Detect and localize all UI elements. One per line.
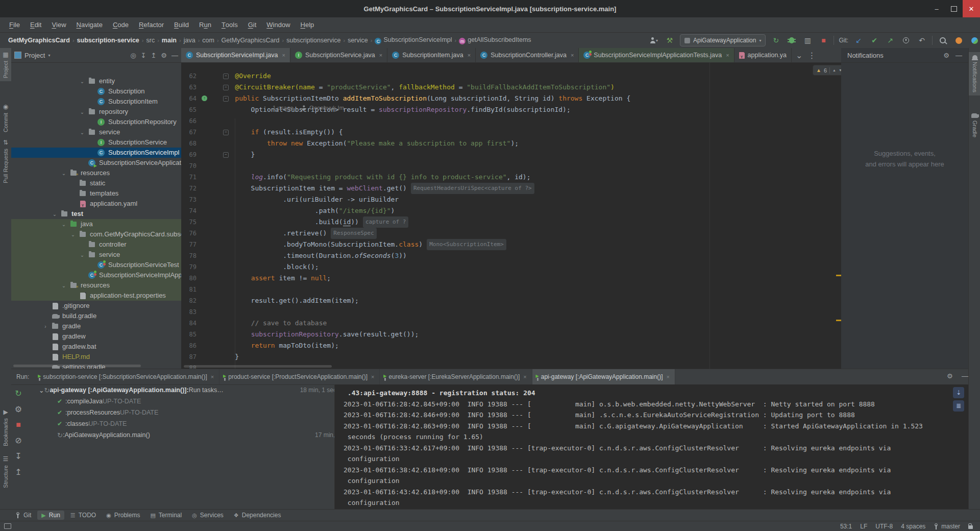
- wrench-icon[interactable]: ⚙: [15, 404, 22, 414]
- close-tab-icon[interactable]: ×: [282, 52, 285, 58]
- tree-item-help-md[interactable]: HELP.md: [11, 352, 181, 362]
- gradle-reload-button[interactable]: [953, 35, 964, 46]
- menu-view[interactable]: View: [46, 17, 71, 32]
- tree-item-subscriptionrepository[interactable]: ISubscriptionRepository: [11, 117, 181, 127]
- toolwindow-button-todo[interactable]: ☰TODO: [66, 511, 100, 520]
- restore-button[interactable]: [945, 0, 963, 17]
- tree-item-subscriptionserviceapplication[interactable]: C▶SubscriptionServiceApplication: [11, 158, 181, 168]
- run-tree-row[interactable]: ✔:classes UP-TO-DATE1 ms: [26, 418, 366, 429]
- toolwindow-button-terminal[interactable]: ▤Terminal: [146, 511, 186, 520]
- tree-item-subscription[interactable]: CSubscription: [11, 86, 181, 96]
- toolwindow-button-dependencies[interactable]: ❖Dependencies: [230, 511, 285, 520]
- breadcrumb-item[interactable]: subscriptionservice: [286, 37, 340, 44]
- clear-icon[interactable]: ⊘: [15, 436, 21, 445]
- vcs-update-button[interactable]: ↙: [853, 35, 864, 46]
- tree-item-gradlew[interactable]: gradlew: [11, 331, 181, 342]
- chevron-icon[interactable]: ⌄: [70, 232, 76, 237]
- tree-item-controller[interactable]: controller: [11, 239, 181, 250]
- run-tab[interactable]: ▶subscription-service [:SubscriptionServ…: [34, 369, 219, 384]
- breadcrumb-item[interactable]: CSubscriptionServiceImpl: [375, 36, 452, 45]
- menu-build[interactable]: Build: [169, 17, 194, 32]
- chevron-icon[interactable]: ⌄: [52, 211, 57, 217]
- build-button[interactable]: ⚒: [664, 35, 675, 46]
- tree-item-application-test-properties[interactable]: application-test.properties: [11, 291, 181, 301]
- status-item[interactable]: 4 spaces: [901, 523, 925, 530]
- coverage-button[interactable]: ▥: [802, 35, 813, 46]
- stop-icon[interactable]: ■: [16, 420, 21, 429]
- ide-updates-button[interactable]: [969, 35, 980, 46]
- scroll-up-icon[interactable]: ↥: [15, 467, 21, 477]
- menu-file[interactable]: File: [4, 17, 25, 32]
- run-panel-settings-icon[interactable]: ⚙: [947, 372, 953, 380]
- toolwindow-button-services[interactable]: ◎Services: [188, 511, 228, 520]
- chevron-icon[interactable]: ⌄: [80, 79, 85, 84]
- editor-tab[interactable]: CSubscriptionServiceImplApplicationTests…: [579, 48, 734, 62]
- editor-tab[interactable]: CSubscriptionServiceImpl.java×: [181, 48, 290, 62]
- toolwindow-button-git[interactable]: Git: [11, 511, 35, 520]
- tree-item-resources[interactable]: ⌄≡resources: [11, 168, 181, 178]
- breadcrumb-item[interactable]: mgetAllSubscribedItems: [459, 36, 531, 45]
- tree-item-test[interactable]: ⌄test: [11, 209, 181, 219]
- tree-item-subscriptionitem[interactable]: CSubscriptionItem: [11, 96, 181, 107]
- chevron-icon[interactable]: ⌄: [61, 222, 66, 227]
- editor-tab[interactable]: ISubscriptionService.java×: [290, 48, 387, 62]
- editor-area[interactable]: CSubscriptionServiceImpl.java×ISubscript…: [181, 48, 841, 369]
- run-tab[interactable]: ▶product-service [:ProductServiceApplica…: [219, 369, 380, 384]
- breadcrumb-item[interactable]: src: [146, 37, 155, 44]
- close-button[interactable]: ✕: [963, 0, 980, 17]
- branch-widget[interactable]: master: [934, 523, 960, 530]
- editor-tab[interactable]: CSubscriptionItem.java×: [387, 48, 476, 62]
- tree-item-static[interactable]: static: [11, 178, 181, 188]
- settings-gear-icon[interactable]: ⚙: [161, 52, 167, 59]
- tree-item--gitignore[interactable]: .gitignore: [11, 301, 181, 311]
- run-tree-row[interactable]: ✔:processResources UP-TO-DATE3 ms: [26, 407, 366, 418]
- chevron-icon[interactable]: ⌄: [80, 130, 85, 135]
- scroll-down-icon[interactable]: ↧: [15, 451, 21, 461]
- chevron-icon[interactable]: ⌄: [61, 283, 66, 288]
- run-tree-row[interactable]: ✔:compileJava UP-TO-DATE669 ms: [26, 396, 366, 407]
- menu-git[interactable]: Git: [243, 17, 262, 32]
- soft-wrap-icon[interactable]: ≣: [953, 400, 964, 412]
- toolwindow-button-run[interactable]: ▶Run: [37, 511, 64, 520]
- editor-tab[interactable]: CSubscriptionController.java×: [476, 48, 579, 62]
- inspections-widget[interactable]: ▲ 6 ▲ ▼: [813, 65, 841, 76]
- chevron-icon[interactable]: ⌄: [80, 252, 85, 258]
- stripe-button-project[interactable]: ▦Project: [0, 48, 11, 81]
- locate-file-icon[interactable]: ◎: [130, 52, 136, 59]
- breadcrumb-item[interactable]: com: [202, 37, 214, 44]
- collapse-all-icon[interactable]: ↥: [151, 52, 156, 59]
- minimize-button[interactable]: –: [928, 0, 945, 17]
- layout-icon[interactable]: [4, 523, 11, 529]
- tree-horizontal-scrollbar[interactable]: [13, 365, 141, 367]
- override-marker-icon[interactable]: ↑: [202, 95, 207, 101]
- stripe-button-bookmarks[interactable]: ▶Bookmarks: [0, 408, 11, 446]
- rollback-button[interactable]: ↶: [916, 35, 927, 46]
- menu-refactor[interactable]: Refactor: [134, 17, 169, 32]
- expand-all-icon[interactable]: ↧: [141, 52, 146, 59]
- tree-item-entity[interactable]: ⌄entity: [11, 76, 181, 86]
- tab-options-icon[interactable]: ⋮: [807, 51, 816, 60]
- tree-item-subscriptionservicetest[interactable]: CSubscriptionServiceTest: [11, 260, 181, 270]
- toolwindow-button-problems[interactable]: ◉Problems: [102, 511, 144, 520]
- chevron-icon[interactable]: ⌄: [80, 109, 85, 115]
- tree-item-subscriptionserviceimpl[interactable]: CSubscriptionServiceImpl: [11, 148, 181, 158]
- tree-item-subscriptionserviceimplapplic[interactable]: CSubscriptionServiceImplApplic: [11, 270, 181, 280]
- menu-run[interactable]: Run: [194, 17, 216, 32]
- run-tab[interactable]: ▶api-gateway [:ApiGatewayApplication.mai…: [532, 369, 675, 384]
- stripe-button-notifications[interactable]: Notifications: [969, 52, 980, 95]
- stop-button[interactable]: ■: [818, 35, 829, 46]
- lock-icon[interactable]: [968, 525, 973, 529]
- menu-window[interactable]: Window: [261, 17, 295, 32]
- hide-panel-icon[interactable]: —: [172, 52, 178, 59]
- run-configuration-select[interactable]: ApiGatewayApplication ▾: [680, 34, 766, 46]
- run-tree-row[interactable]: ↻ :ApiGatewayApplication.main()17 min, 5…: [26, 429, 366, 441]
- close-tab-icon[interactable]: ×: [523, 374, 526, 380]
- tree-item-repository[interactable]: ⌄repository: [11, 107, 181, 117]
- rerun-icon[interactable]: ↻: [15, 389, 21, 398]
- usages-hint[interactable]: 1 usage: [273, 105, 293, 111]
- close-tab-icon[interactable]: ×: [726, 52, 729, 58]
- tree-item-gradle[interactable]: ›gradle: [11, 321, 181, 331]
- menu-edit[interactable]: Edit: [25, 17, 46, 32]
- close-tab-icon[interactable]: ×: [371, 374, 374, 380]
- stripe-button-structure[interactable]: ☰Structure: [0, 455, 11, 488]
